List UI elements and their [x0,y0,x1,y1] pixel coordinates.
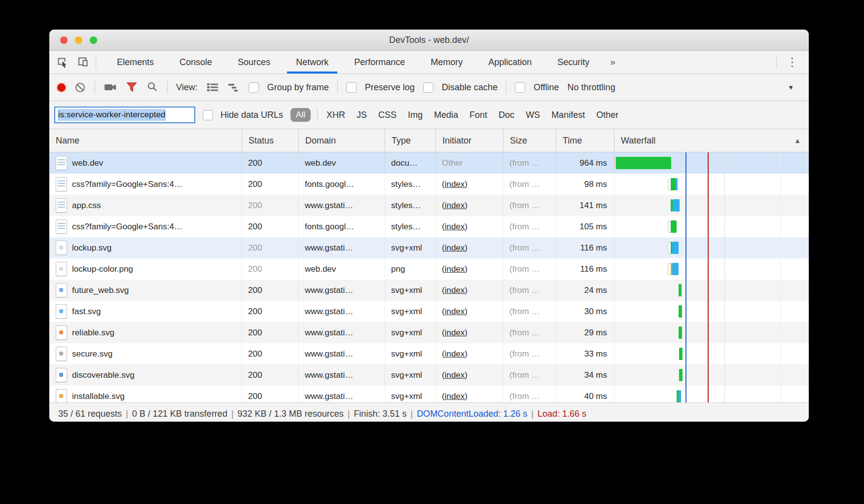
cell-size: (from … [503,195,556,216]
list-view-icon[interactable] [206,82,219,93]
cell-size: (from … [503,322,556,343]
cell-domain: web.dev [298,152,385,174]
waterfall-bar [673,199,680,212]
initiator-link[interactable]: index [445,286,465,295]
initiator-link[interactable]: index [445,243,465,253]
cell-waterfall [614,195,809,216]
cell-status: 200 [242,280,298,301]
cell-time: 30 ms [556,301,614,322]
column-header-status[interactable]: Status [242,129,298,152]
table-row[interactable]: app.css200www.gstati…styles…(index)(from… [49,195,809,216]
close-window-button[interactable] [60,36,68,44]
status-separator: | [529,409,536,419]
cell-size: (from … [503,386,556,402]
filter-type-media[interactable]: Media [432,110,461,120]
tab-network[interactable]: Network [283,51,341,73]
table-row[interactable]: installable.svg200www.gstati…svg+xml(ind… [49,386,809,402]
cell-name: discoverable.svg [49,364,242,386]
disable-cache-checkbox[interactable] [423,82,433,93]
filter-type-font[interactable]: Font [467,110,490,120]
tab-sources[interactable]: Sources [225,51,283,73]
column-header-domain[interactable]: Domain [298,129,385,152]
document-file-icon [56,219,67,234]
initiator-link[interactable]: index [445,222,465,232]
devtools-tab-bar: ElementsConsoleSourcesNetworkPerformance… [49,51,809,74]
filter-input[interactable]: is:service-worker-intercepted [54,107,195,123]
filter-type-all[interactable]: All [290,108,311,122]
filter-type-xhr[interactable]: XHR [324,110,348,120]
initiator-link[interactable]: index [445,392,465,401]
column-header-type[interactable]: Type [385,129,435,152]
preserve-log-checkbox[interactable] [346,82,357,93]
filter-type-doc[interactable]: Doc [496,110,517,120]
offline-checkbox[interactable] [515,82,525,93]
table-row[interactable]: css?family=Google+Sans:4…200fonts.googl…… [49,216,809,237]
minimize-window-button[interactable] [75,36,82,44]
column-header-time[interactable]: Time [556,129,614,152]
status-segment: 932 KB / 1.3 MB resources [236,409,346,419]
filter-type-img[interactable]: Img [405,110,425,120]
tab-elements[interactable]: Elements [104,51,167,73]
inspect-element-icon[interactable] [56,56,69,69]
table-row[interactable]: fast.svg200www.gstati…svg+xml(index)(fro… [49,301,809,322]
column-header-waterfall[interactable]: Waterfall▲ [614,129,809,152]
table-row[interactable]: reliable.svg200www.gstati…svg+xml(index)… [49,322,809,343]
initiator-link[interactable]: index [445,180,465,189]
initiator-link[interactable]: index [445,349,465,359]
more-tabs-icon[interactable]: » [602,51,623,73]
table-row[interactable]: future_web.svg200www.gstati…svg+xml(inde… [49,280,809,301]
filter-type-css[interactable]: CSS [376,110,399,120]
filter-type-js[interactable]: JS [354,110,369,120]
capture-screenshots-icon[interactable] [104,82,117,93]
initiator-link[interactable]: index [445,370,465,380]
column-header-name[interactable]: Name [49,129,242,152]
request-name: discoverable.svg [72,370,135,380]
cell-status: 200 [242,152,298,174]
cell-domain: www.gstati… [298,301,385,322]
column-header-label: Waterfall [621,136,655,146]
filter-type-other[interactable]: Other [594,110,621,120]
table-row[interactable]: lockup-color.png200web.devpng(index)(fro… [49,258,809,280]
filter-type-manifest[interactable]: Manifest [549,110,587,120]
initiator-link[interactable]: index [445,264,465,274]
column-header-size[interactable]: Size [503,129,556,152]
waterfall-view-icon[interactable] [227,82,240,93]
tab-security[interactable]: Security [544,51,602,73]
search-icon[interactable] [146,81,159,94]
record-network-log-icon[interactable] [57,83,66,92]
cell-domain: www.gstati… [298,237,385,258]
zoom-window-button[interactable] [90,36,97,44]
group-by-frame-checkbox[interactable] [249,82,259,93]
sort-ascending-icon[interactable]: ▲ [794,137,801,144]
request-name: secure.svg [72,349,112,359]
divider [776,56,777,69]
table-row[interactable]: css?family=Google+Sans:4…200fonts.googl…… [49,174,809,195]
table-row[interactable]: lockup.svg200www.gstati…svg+xml(index)(f… [49,237,809,258]
hide-data-urls-checkbox[interactable] [203,110,213,120]
initiator-link[interactable]: index [445,201,465,211]
table-row[interactable]: web.dev200web.devdocu…Other(from …964 ms [49,152,809,174]
tab-console[interactable]: Console [167,51,225,73]
table-row[interactable]: secure.svg200www.gstati…svg+xml(index)(f… [49,343,809,364]
throttling-select[interactable]: No throttling ▼ [568,82,801,93]
clear-network-log-icon[interactable] [74,81,86,94]
tab-performance[interactable]: Performance [341,51,418,73]
cell-time: 40 ms [556,386,614,402]
initiator-link[interactable]: index [445,307,465,317]
request-name: fast.svg [72,307,101,317]
initiator-link[interactable]: index [445,328,465,338]
tab-memory[interactable]: Memory [418,51,475,73]
filter-icon[interactable] [126,81,138,93]
filter-type-ws[interactable]: WS [523,110,542,120]
tab-application[interactable]: Application [475,51,544,73]
cell-size: (from … [503,280,556,301]
cell-domain: www.gstati… [298,322,385,343]
cell-status: 200 [242,364,298,386]
table-row[interactable]: discoverable.svg200www.gstati…svg+xml(in… [49,364,809,386]
column-header-label: Size [510,136,527,146]
column-header-initiator[interactable]: Initiator [435,129,503,152]
devtools-menu-icon[interactable]: ⋮ [784,57,801,68]
cell-domain: www.gstati… [298,195,385,216]
hide-data-urls-label: Hide data URLs [220,110,283,120]
device-toolbar-icon[interactable] [77,56,90,69]
